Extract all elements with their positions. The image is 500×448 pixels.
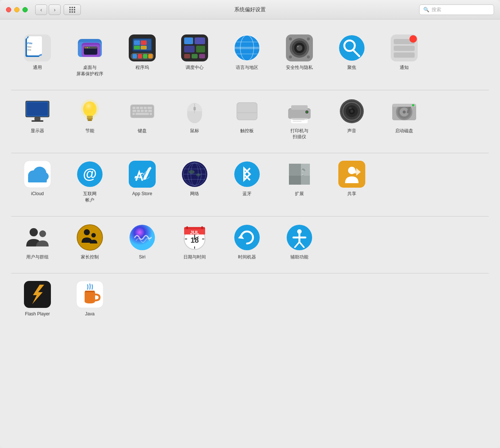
svg-point-59	[339, 35, 365, 61]
pref-keyboard[interactable]: 键盘	[116, 94, 168, 144]
pref-notification[interactable]: 通知	[378, 31, 430, 81]
pref-dock[interactable]: 程序坞	[116, 31, 168, 81]
datetime-icon: JUL 18	[181, 224, 208, 251]
search-box[interactable]: 🔍 搜索	[419, 4, 494, 15]
pref-security[interactable]: 安全性与隐私	[273, 31, 326, 81]
pref-parental[interactable]: 家长控制	[64, 220, 116, 264]
notification-label: 通知	[400, 64, 409, 71]
pref-timemachine[interactable]: 时间机器	[221, 220, 273, 264]
pref-accessibility[interactable]: 辅助功能	[273, 220, 326, 264]
svg-rect-104	[291, 118, 308, 119]
svg-rect-85	[132, 110, 136, 112]
pref-desktop[interactable]: 桌面与屏幕保护程序	[64, 31, 116, 81]
minimize-button[interactable]	[14, 7, 19, 12]
svg-point-18	[85, 47, 86, 48]
svg-rect-89	[148, 110, 152, 112]
dock-icon	[129, 34, 156, 61]
desktop-icon	[76, 34, 103, 61]
svg-point-121	[403, 111, 406, 113]
pref-sound[interactable]: 声音	[326, 94, 378, 144]
pref-datetime[interactable]: JUL 18 日期与时间	[168, 220, 221, 264]
svg-text:New: New	[27, 46, 31, 48]
svg-rect-84	[147, 107, 152, 109]
forward-button[interactable]: ›	[49, 4, 61, 15]
svg-point-114	[350, 110, 353, 113]
pref-display[interactable]: 显示器	[11, 94, 64, 144]
pref-printer[interactable]: 打印机与扫描仪	[273, 94, 326, 144]
svg-rect-101	[288, 109, 311, 119]
pref-mission-control[interactable]: 调度中心	[168, 31, 221, 81]
maximize-button[interactable]	[22, 7, 28, 12]
pref-sharing[interactable]: 共享	[326, 157, 378, 207]
svg-point-20	[89, 47, 90, 48]
svg-point-56	[307, 37, 310, 40]
network-icon	[181, 161, 208, 188]
internet-section: iCloud @ 互联网帐户 𝒜	[11, 153, 489, 217]
close-button[interactable]	[6, 7, 11, 12]
svg-rect-87	[141, 110, 144, 112]
energy-icon	[76, 98, 103, 125]
security-label: 安全性与隐私	[286, 64, 313, 71]
bluetooth-icon	[234, 161, 260, 188]
printer-label: 打印机与扫描仪	[290, 128, 308, 140]
preferences-content: File New One 通用	[0, 19, 500, 448]
pref-bluetooth[interactable]: 蓝牙	[221, 157, 273, 207]
svg-rect-90	[135, 113, 149, 115]
system-section: 用户与群组 家长控制	[11, 217, 489, 273]
svg-point-143	[196, 173, 201, 176]
language-label: 语言与地区	[236, 64, 258, 71]
pref-internet-accounts[interactable]: @ 互联网帐户	[64, 157, 116, 207]
svg-rect-76	[88, 119, 92, 121]
svg-rect-71	[31, 120, 43, 122]
svg-rect-65	[394, 52, 415, 58]
extensions-icon	[286, 161, 313, 188]
dock-label: 程序坞	[135, 64, 149, 71]
svg-point-54	[297, 46, 299, 47]
grid-view-button[interactable]	[64, 4, 81, 15]
svg-rect-48	[234, 46, 260, 49]
svg-rect-169	[186, 226, 188, 229]
svg-rect-23	[132, 54, 137, 58]
siri-label: Siri	[139, 254, 145, 260]
pref-general[interactable]: File New One 通用	[11, 31, 64, 81]
svg-point-57	[289, 55, 292, 58]
pref-extensions[interactable]: 扩展	[273, 157, 326, 207]
pref-spotlight[interactable]: 聚焦	[326, 31, 378, 81]
sound-label: 声音	[347, 128, 356, 134]
svg-rect-107	[293, 119, 305, 120]
keyboard-label: 键盘	[138, 128, 147, 134]
pref-appstore[interactable]: 𝒜 App Store	[116, 157, 168, 207]
svg-rect-150	[350, 170, 356, 173]
appstore-label: App Store	[132, 191, 152, 197]
notification-icon	[391, 34, 418, 61]
general-icon: File New One	[24, 34, 51, 61]
accessibility-label: 辅助功能	[290, 254, 308, 260]
svg-rect-39	[192, 54, 198, 58]
pref-icloud[interactable]: iCloud	[11, 157, 64, 207]
svg-rect-108	[293, 121, 302, 122]
pref-siri[interactable]: Siri	[116, 220, 168, 264]
startup-icon	[391, 98, 418, 125]
pref-language[interactable]: 语言与地区	[221, 31, 273, 81]
pref-flash[interactable]: Flash Player	[11, 277, 64, 321]
network-label: 网络	[190, 191, 199, 197]
svg-rect-98	[237, 103, 257, 119]
pref-java[interactable]: Java	[64, 277, 116, 321]
back-button[interactable]: ‹	[35, 4, 47, 15]
parental-icon	[76, 224, 103, 251]
pref-users[interactable]: 用户与群组	[11, 220, 64, 264]
svg-point-156	[91, 233, 96, 237]
pref-network[interactable]: 网络	[168, 157, 221, 207]
svg-rect-37	[196, 46, 205, 52]
pref-mouse[interactable]: 鼠标	[168, 94, 221, 144]
pref-energy[interactable]: 节能	[64, 94, 116, 144]
svg-rect-32	[141, 46, 147, 49]
icloud-label: iCloud	[31, 191, 44, 197]
svg-point-55	[289, 37, 292, 40]
svg-rect-25	[143, 54, 147, 58]
pref-startup[interactable]: 启动磁盘	[378, 94, 430, 144]
pref-trackpad[interactable]: 触控板	[221, 94, 273, 144]
search-placeholder: 搜索	[432, 6, 441, 13]
svg-text:JUL: JUL	[190, 230, 199, 235]
svg-rect-40	[199, 54, 205, 58]
